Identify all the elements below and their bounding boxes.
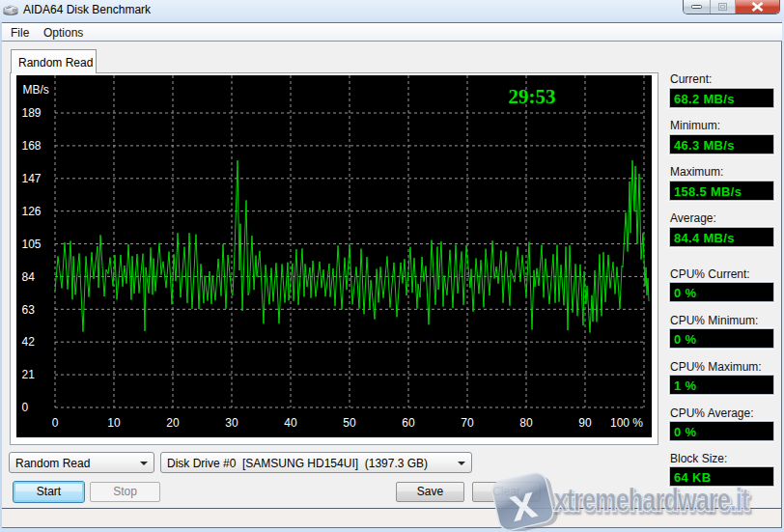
svg-text:MB/s: MB/s: [23, 83, 49, 97]
svg-text:30: 30: [225, 416, 238, 430]
svg-text:20: 20: [166, 416, 180, 430]
svg-text:105: 105: [22, 238, 42, 251]
svg-text:29:53: 29:53: [509, 85, 556, 108]
svg-text:63: 63: [22, 303, 36, 317]
svg-text:40: 40: [284, 416, 297, 430]
svg-text:21: 21: [22, 368, 36, 381]
svg-text:126: 126: [22, 205, 42, 218]
svg-text:60: 60: [402, 416, 415, 430]
svg-text:0: 0: [52, 416, 59, 430]
svg-text:42: 42: [22, 335, 36, 349]
svg-text:84: 84: [22, 270, 36, 284]
svg-text:90: 90: [578, 416, 592, 430]
svg-text:147: 147: [22, 172, 42, 185]
svg-text:xtremehardware.it: xtremehardware.it: [554, 482, 750, 518]
svg-text:100 %: 100 %: [610, 416, 643, 430]
svg-text:70: 70: [461, 416, 474, 430]
svg-text:50: 50: [343, 416, 356, 430]
svg-text:80: 80: [519, 416, 533, 430]
svg-text:0: 0: [22, 401, 29, 414]
svg-text:168: 168: [22, 139, 42, 153]
svg-text:10: 10: [107, 416, 121, 430]
svg-text:189: 189: [22, 106, 42, 120]
